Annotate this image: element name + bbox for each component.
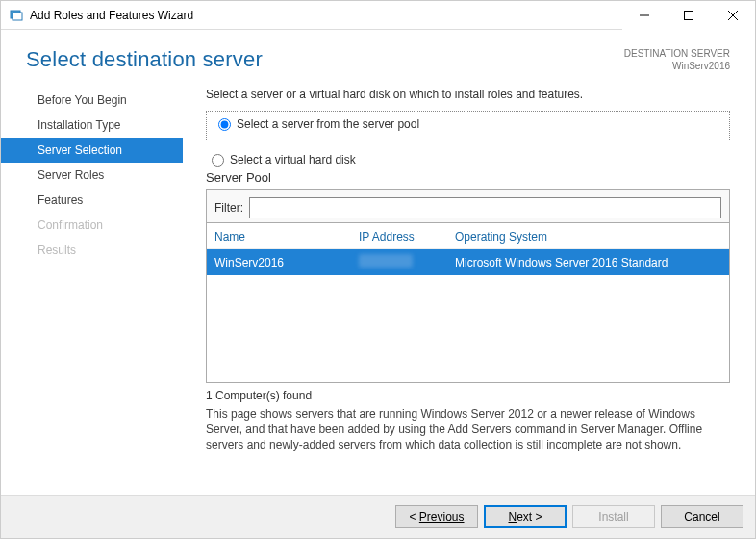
sidebar-item-features[interactable]: Features (1, 188, 183, 213)
radio-vhd-input[interactable] (212, 154, 224, 167)
window-controls (622, 1, 755, 30)
app-icon (9, 8, 24, 23)
cell-name: WinServ2016 (214, 256, 359, 270)
filter-label: Filter: (214, 201, 243, 215)
cell-os: Microsoft Windows Server 2016 Standard (455, 256, 721, 270)
table-header: Name IP Address Operating System (207, 223, 729, 249)
radio-vhd[interactable]: Select a virtual hard disk (206, 151, 730, 170)
radio-server-pool-label: Select a server from the server pool (237, 117, 419, 131)
instruction-text: Select a server or a virtual hard disk o… (206, 88, 730, 101)
wizard-sidebar: Before You Begin Installation Type Serve… (1, 88, 183, 501)
sidebar-item-results: Results (1, 238, 183, 263)
maximize-button[interactable] (667, 1, 711, 30)
radio-server-pool-input[interactable] (218, 118, 231, 131)
col-header-name[interactable]: Name (214, 230, 359, 244)
radio-server-pool[interactable]: Select a server from the server pool (213, 116, 723, 135)
server-pool-filter-box: Filter: (206, 189, 730, 223)
col-header-ip[interactable]: IP Address (359, 230, 455, 244)
radio-vhd-label: Select a virtual hard disk (230, 153, 356, 167)
install-button: Install (572, 505, 655, 528)
sidebar-item-confirmation: Confirmation (1, 213, 183, 238)
explanation-text: This page shows servers that are running… (206, 406, 730, 453)
next-button[interactable]: Next > (484, 505, 567, 528)
sidebar-item-server-selection[interactable]: Server Selection (1, 138, 183, 163)
ip-redacted (359, 254, 413, 268)
svg-rect-1 (13, 13, 22, 20)
filter-input[interactable] (249, 197, 721, 218)
page-title: Select destination server (26, 47, 263, 72)
cancel-button[interactable]: Cancel (661, 505, 743, 528)
destination-info: DESTINATION SERVER WinServ2016 (624, 47, 730, 72)
cell-ip (359, 254, 455, 270)
close-button[interactable] (711, 1, 755, 30)
previous-button[interactable]: < Previous (395, 505, 478, 528)
destination-label: DESTINATION SERVER (624, 47, 730, 60)
sidebar-item-installation-type[interactable]: Installation Type (1, 113, 183, 138)
svg-rect-3 (685, 11, 693, 19)
wizard-footer: < Previous Next > Install Cancel (1, 495, 755, 538)
table-row[interactable]: WinServ2016 Microsoft Windows Server 201… (207, 249, 729, 275)
destination-value: WinServ2016 (624, 60, 730, 72)
wizard-header: Select destination server DESTINATION SE… (1, 30, 755, 80)
sidebar-item-before-you-begin[interactable]: Before You Begin (1, 88, 183, 113)
minimize-button[interactable] (622, 1, 667, 30)
col-header-os[interactable]: Operating System (455, 230, 721, 244)
server-pool-table: Name IP Address Operating System WinServ… (206, 223, 730, 383)
wizard-content: Select a server or a virtual hard disk o… (183, 88, 755, 501)
title-bar: Add Roles and Features Wizard (1, 1, 755, 30)
computers-found-text: 1 Computer(s) found (206, 389, 730, 402)
window-title: Add Roles and Features Wizard (30, 9, 622, 22)
server-pool-label: Server Pool (206, 170, 730, 185)
sidebar-item-server-roles[interactable]: Server Roles (1, 163, 183, 188)
